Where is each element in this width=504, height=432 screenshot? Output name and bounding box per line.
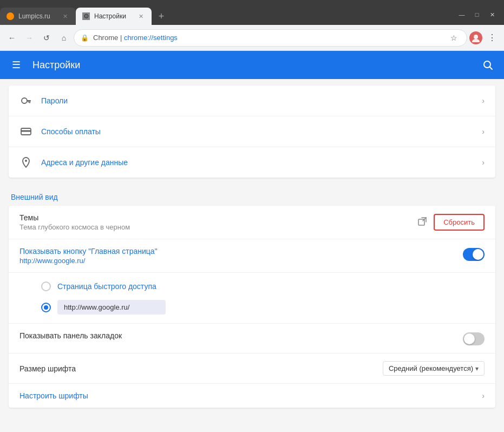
svg-point-1 [472,39,480,42]
tab-settings-title: Настройки [94,12,132,20]
svg-point-0 [474,35,478,39]
payment-icon [19,125,32,138]
tab-lumpics-title: Lumpics.ru [18,12,56,20]
settings-page: ☰ Настройки [0,51,504,432]
homepage-toggle-switch[interactable] [463,248,485,261]
font-size-label: Размер шрифта [19,364,383,373]
lumpics-favicon [6,12,14,20]
address-item[interactable]: Адреса и другие данные › [9,147,495,178]
reload-button[interactable]: ↺ [39,30,54,45]
passwords-content: Пароли [41,96,482,106]
payment-item[interactable]: Способы оплаты › [9,116,495,147]
settings-header: ☰ Настройки [0,51,504,79]
search-icon [482,60,493,70]
address-arrow: › [482,158,485,167]
navigation-bar: ← → ↺ ⌂ 🔒 Chrome | chrome://settings ☆ ⋮ [0,25,504,51]
forward-button[interactable]: → [22,30,37,45]
homepage-toggle-content: Показывать кнопку "Главная страница" htt… [19,247,463,265]
payment-arrow: › [482,127,485,136]
customize-fonts-arrow: › [482,391,485,400]
settings-favicon: ⚙ [82,12,90,20]
theme-info: Темы Тема глубокого космоса в черном [19,213,417,231]
home-button[interactable]: ⌂ [56,30,71,45]
settings-page-title: Настройки [32,60,472,71]
settings-content: Пароли › Способы оплаты [0,79,504,432]
svg-rect-6 [29,102,30,103]
browser-window: Lumpics.ru ✕ ⚙ Настройки ✕ + — □ ✕ ← → ↺… [0,0,504,432]
close-button[interactable]: ✕ [485,9,500,21]
radio-url-input[interactable]: http://www.google.ru/ [57,300,166,315]
bookmark-button[interactable]: ☆ [447,31,460,44]
font-size-dropdown-arrow: ▾ [475,365,479,372]
payment-label: Способы оплаты [41,127,101,136]
tab-settings-close[interactable]: ✕ [136,12,145,21]
address-security-icon: 🔒 [81,34,89,42]
bookmarks-toggle-slider [463,332,485,345]
browser-menu-button[interactable]: ⋮ [485,30,500,45]
radio-url-circle[interactable] [41,303,51,312]
svg-rect-9 [21,130,31,132]
back-button[interactable]: ← [4,30,19,45]
homepage-toggle-row: Показывать кнопку "Главная страница" htt… [9,239,495,273]
bookmarks-toggle-row: Показывать панель закладок [9,324,495,354]
radio-newtab-label: Страница быстрого доступа [57,282,156,291]
font-size-value: Средний (рекомендуется) [389,364,473,372]
theme-row: Темы Тема глубокого космоса в черном [9,206,495,239]
font-size-row: Размер шрифта Средний (рекомендуется) ▾ [9,354,495,384]
svg-point-4 [22,98,27,103]
appearance-section-label: Внешний вид [0,184,504,206]
svg-rect-5 [27,100,31,102]
radio-newtab-circle[interactable] [41,282,51,291]
new-tab-button[interactable]: + [154,9,169,24]
address-label: Адреса и другие данные [41,158,128,167]
appearance-card: Темы Тема глубокого космоса в черном [9,206,495,408]
bookmarks-toggle-content: Показывать панель закладок [19,331,463,340]
radio-option-newtab[interactable]: Страница быстрого доступа [41,277,485,296]
passwords-arrow: › [482,96,485,105]
passwords-icon [19,94,32,107]
settings-search-button[interactable] [480,57,495,73]
bookmarks-toggle-knob [464,333,475,344]
font-size-select[interactable]: Средний (рекомендуется) ▾ [383,361,485,376]
main-content: Пароли › Способы оплаты [0,79,504,432]
payment-content: Способы оплаты [41,127,482,136]
window-controls: — □ ✕ [454,9,504,21]
homepage-toggle-slider [463,248,485,261]
reset-theme-button[interactable]: Сбросить [434,214,485,231]
profile-button[interactable] [469,31,482,44]
svg-line-3 [490,67,493,70]
maximize-button[interactable]: □ [469,9,485,21]
theme-external-link-icon[interactable] [417,217,427,228]
homepage-toggle-knob [473,249,483,260]
address-text: Chrome | chrome://settings [93,34,443,42]
external-link-svg [417,217,427,226]
radio-option-url[interactable]: http://www.google.ru/ [41,296,485,319]
theme-name: Темы [19,213,417,222]
passwords-item[interactable]: Пароли › [9,86,495,116]
customize-fonts-row[interactable]: Настроить шрифты › [9,384,495,408]
svg-point-10 [25,160,27,162]
address-actions: ☆ [447,31,460,44]
homepage-toggle-label: Показывать кнопку "Главная страница" [19,247,463,256]
profile-icon [472,34,480,42]
title-bar: Lumpics.ru ✕ ⚙ Настройки ✕ + — □ ✕ [0,0,504,25]
address-url: chrome://settings [124,34,178,42]
address-brand: Chrome [93,34,118,42]
address-content: Адреса и другие данные [41,158,482,167]
radio-url-dot [44,305,48,310]
theme-actions: Сбросить [417,214,485,231]
homepage-radio-options: Страница быстрого доступа http://www.goo… [9,273,495,324]
tab-lumpics[interactable]: Lumpics.ru ✕ [0,8,76,25]
homepage-toggle-sublabel: http://www.google.ru/ [19,257,463,265]
address-bar[interactable]: 🔒 Chrome | chrome://settings ☆ [74,29,467,47]
location-icon [22,157,30,168]
tab-settings[interactable]: ⚙ Настройки ✕ [76,8,152,25]
hamburger-menu-button[interactable]: ☰ [9,57,24,73]
address-icon [19,156,32,169]
tab-lumpics-close[interactable]: ✕ [61,12,69,21]
svg-rect-7 [28,102,29,103]
minimize-button[interactable]: — [454,9,469,21]
passwords-label: Пароли [41,96,68,105]
credit-card-icon [21,127,31,136]
bookmarks-toggle-switch[interactable] [463,332,485,345]
